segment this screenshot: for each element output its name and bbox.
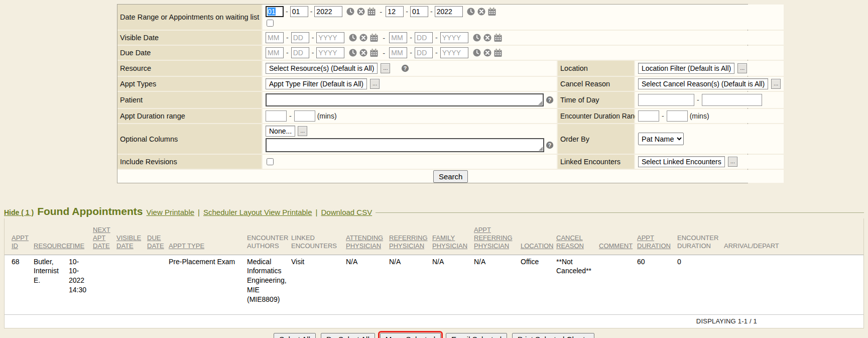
due-start-year-input[interactable]: [316, 47, 344, 58]
location-field: Location Filter (Default is All) ...: [635, 61, 784, 76]
column-header-appt-type[interactable]: APPT TYPE: [168, 218, 246, 255]
due-start-day-input[interactable]: [291, 47, 309, 58]
email-selected-button[interactable]: Email Selected: [446, 333, 507, 338]
column-header-appt-referring-physician[interactable]: APPT REFERRING PHYSICIAN: [473, 218, 520, 255]
visible-end-day-input[interactable]: [415, 32, 433, 43]
date-start-day-input[interactable]: [290, 6, 308, 17]
appt-duration-max-input[interactable]: [294, 110, 315, 122]
date-end-month-input[interactable]: [386, 6, 404, 17]
location-more-button[interactable]: ...: [737, 63, 747, 73]
view-printable-link[interactable]: View Printable: [146, 208, 194, 216]
column-header-family-physician[interactable]: FAMILY PHYSICIAN: [431, 218, 473, 255]
waiting-list-checkbox[interactable]: [267, 20, 274, 27]
time-of-day-start-input[interactable]: [638, 94, 694, 106]
optional-columns-value[interactable]: None...: [266, 126, 295, 137]
appt-type-more-button[interactable]: ...: [370, 79, 380, 89]
help-icon[interactable]: ?: [546, 96, 554, 104]
include-revisions-checkbox[interactable]: [267, 158, 274, 165]
resource-more-button[interactable]: ...: [381, 63, 390, 73]
due-end-day-input[interactable]: [415, 47, 433, 58]
order-by-select[interactable]: Pat Name: [638, 133, 684, 145]
column-header-resource[interactable]: RESOURCE: [33, 218, 68, 255]
clock-icon[interactable]: [346, 7, 355, 16]
due-end-month-input[interactable]: [389, 47, 407, 58]
encounter-duration-max-input[interactable]: [667, 110, 688, 122]
linked-encounters-filter-button[interactable]: Select Linked Encounters: [638, 156, 725, 167]
due-end-year-input[interactable]: [440, 47, 468, 58]
order-by-field: Pat Name: [635, 124, 784, 154]
visible-end-month-input[interactable]: [389, 32, 407, 43]
column-header-location[interactable]: LOCATION: [520, 218, 555, 255]
resize-grip[interactable]: [538, 101, 542, 105]
clock-icon[interactable]: [348, 48, 357, 57]
clear-date-icon[interactable]: [359, 48, 368, 57]
hide-results-link[interactable]: Hide ( 1 ): [4, 208, 34, 216]
clear-date-icon[interactable]: [356, 7, 365, 16]
date-start-month-input[interactable]: 01: [266, 6, 284, 17]
calendar-icon[interactable]: [369, 33, 379, 42]
encounter-duration-min-input[interactable]: [638, 110, 659, 122]
cancel-reason-more-button[interactable]: ...: [771, 79, 781, 89]
print-selected-charts-button[interactable]: Print Selected Charts: [512, 333, 594, 338]
visible-start-year-input[interactable]: [316, 32, 344, 43]
calendar-icon[interactable]: [487, 7, 497, 16]
move-selected-button[interactable]: Move Selected: [380, 333, 441, 338]
scheduler-layout-view-printable-link[interactable]: Scheduler Layout View Printable: [203, 208, 312, 216]
clear-date-icon[interactable]: [359, 33, 368, 42]
calendar-icon[interactable]: [367, 7, 376, 16]
column-header-appt-id[interactable]: APPT ID: [5, 218, 33, 255]
column-header-attending-physician[interactable]: ATTENDING PHYSICIAN: [345, 218, 388, 255]
calendar-icon[interactable]: [369, 48, 379, 57]
column-header-referring-physician[interactable]: REFERRING PHYSICIAN: [388, 218, 431, 255]
location-filter-button[interactable]: Location Filter (Default is All): [638, 63, 734, 74]
column-header-time[interactable]: TIME: [68, 218, 92, 255]
patient-input[interactable]: [266, 93, 544, 106]
cell-referring-physician: N/A: [388, 255, 431, 314]
visible-start-month-input[interactable]: [266, 32, 284, 43]
select-all-button[interactable]: Select All: [274, 333, 316, 338]
column-header-visible-date[interactable]: VISIBLE DATE: [115, 218, 146, 255]
dash: -: [410, 49, 412, 57]
help-icon[interactable]: ?: [546, 141, 554, 149]
visible-start-day-input[interactable]: [291, 32, 309, 43]
search-button[interactable]: Search: [433, 170, 468, 183]
optional-columns-more-button[interactable]: ...: [298, 126, 307, 136]
cell-appt-duration: 60: [636, 255, 676, 314]
calendar-icon[interactable]: [493, 33, 503, 42]
help-icon[interactable]: ?: [401, 64, 409, 72]
deselect-all-button[interactable]: De-Select All: [321, 333, 375, 338]
linked-encounters-more-button[interactable]: ...: [728, 157, 737, 167]
dash: -: [662, 112, 664, 120]
dash: -: [430, 8, 433, 16]
optional-columns-input[interactable]: [266, 138, 544, 152]
resource-filter-button[interactable]: Select Resource(s) (Default is All): [266, 63, 378, 74]
date-end-year-input[interactable]: [435, 6, 463, 17]
clock-icon[interactable]: [466, 7, 475, 16]
clock-icon[interactable]: [472, 48, 481, 57]
calendar-icon[interactable]: [493, 48, 503, 57]
cancel-reason-filter-button[interactable]: Select Cancel Reason(s) (Default is All): [638, 78, 768, 89]
download-csv-link[interactable]: Download CSV: [321, 208, 372, 216]
clock-icon[interactable]: [472, 33, 481, 42]
column-header-next-apt-date[interactable]: NEXT APT DATE: [92, 218, 115, 255]
column-header-cancel-reason[interactable]: CANCEL REASON: [555, 218, 598, 255]
visible-end-year-input[interactable]: [440, 32, 468, 43]
appt-type-filter-button[interactable]: Appt Type Filter (Default is All): [266, 78, 367, 89]
column-header-comment[interactable]: COMMENT: [598, 218, 636, 255]
column-header-appt-duration[interactable]: APPT DURATION: [636, 218, 676, 255]
appt-duration-min-input[interactable]: [266, 110, 287, 122]
clear-date-icon[interactable]: [483, 48, 492, 57]
due-start-month-input[interactable]: [266, 47, 284, 58]
resize-grip[interactable]: [539, 147, 543, 151]
clear-date-icon[interactable]: [483, 33, 492, 42]
clock-icon[interactable]: [348, 33, 357, 42]
clear-date-icon[interactable]: [477, 7, 486, 16]
date-start-year-input[interactable]: [314, 6, 342, 17]
date-end-day-input[interactable]: [410, 6, 428, 17]
time-of-day-end-input[interactable]: [702, 94, 762, 106]
cancel-reason-field: Select Cancel Reason(s) (Default is All)…: [635, 77, 784, 91]
dash: -: [286, 49, 289, 57]
time-of-day-label: Time of Day: [558, 92, 634, 108]
cell-attending-physician: N/A: [345, 255, 388, 314]
column-header-due-date[interactable]: DUE DATE: [146, 218, 168, 255]
